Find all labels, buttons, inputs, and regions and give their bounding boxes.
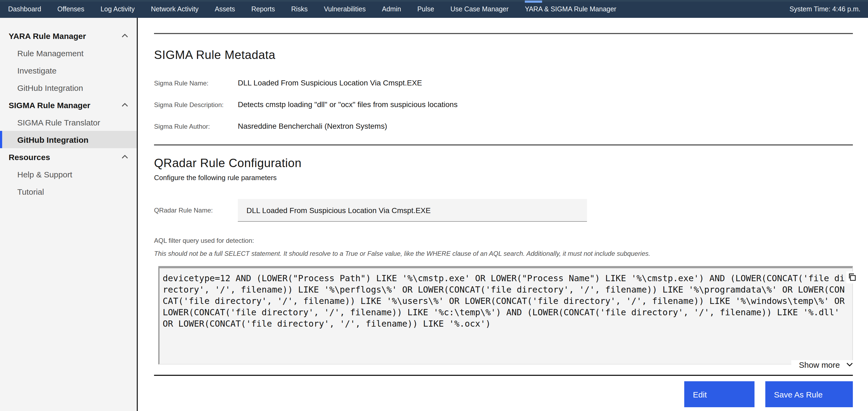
aql-query-editor[interactable]: devicetype=12 AND (LOWER("Process Path")… [158,266,853,364]
top-navbar: Dashboard Offenses Log Activity Network … [0,0,868,18]
sidebar-section-yara-rule-manager[interactable]: YARA Rule Manager [0,27,137,45]
chevron-down-icon [846,362,853,366]
aql-query-container: devicetype=12 AND (LOWER("Process Path")… [158,266,853,372]
aql-filter-note: This should not be a full SELECT stateme… [154,250,853,257]
show-more-label: Show more [799,360,840,369]
sidebar-section-resources[interactable]: Resources [0,148,137,166]
main-content: SIGMA Rule Metadata Sigma Rule Name: DLL… [139,18,868,411]
chevron-up-icon [122,155,128,159]
sigma-metadata-fields: Sigma Rule Name: DLL Loaded From Suspici… [154,79,853,130]
sidebar-section-sigma-rule-manager[interactable]: SIGMA Rule Manager [0,96,137,114]
sidebar-item-yara-github-integration[interactable]: GitHub Integration [0,79,137,96]
field-label: Sigma Rule Description: [154,101,238,109]
qradar-config-title: QRadar Rule Configuration [154,156,853,170]
field-label: Sigma Rule Name: [154,80,238,87]
app-root: Dashboard Offenses Log Activity Network … [0,0,868,411]
metadata-row-description: Sigma Rule Description: Detects cmstp lo… [154,100,853,109]
qradar-rule-name-input[interactable] [238,199,587,222]
sidebar-section-label: Resources [9,152,50,162]
aql-query-footer: Show more [158,357,853,372]
chevron-up-icon [122,33,128,38]
field-value: Nasreddine Bencherchali (Nextron Systems… [238,122,387,130]
nav-tab-use-case-manager[interactable]: Use Case Manager [451,0,508,18]
nav-tab-vulnerabilities[interactable]: Vulnerabilities [324,0,366,18]
nav-tab-network-activity[interactable]: Network Activity [151,0,198,18]
qradar-config-subtitle: Configure the following rule parameters [154,174,853,182]
sidebar-item-help-support[interactable]: Help & Support [0,166,137,183]
nav-tab-offenses[interactable]: Offenses [57,0,84,18]
chevron-up-icon [122,103,128,107]
sidebar-item-rule-management[interactable]: Rule Management [0,45,137,62]
system-time: System Time: 4:46 p.m. [789,5,868,13]
aql-filter-label: AQL filter query used for detection: [154,237,853,244]
copy-icon [848,273,857,282]
save-as-rule-button[interactable]: Save As Rule [765,381,853,407]
nav-tab-risks[interactable]: Risks [291,0,308,18]
nav-tab-reports[interactable]: Reports [251,0,275,18]
nav-tab-yara-sigma-rule-manager[interactable]: YARA & SIGMA Rule Manager [525,0,616,18]
nav-tab-dashboard[interactable]: Dashboard [8,0,41,18]
action-buttons: Edit Save As Rule [154,381,853,407]
nav-tab-admin[interactable]: Admin [382,0,401,18]
sidebar-item-sigma-github-integration[interactable]: GitHub Integration [0,131,137,148]
qradar-rule-name-label: QRadar Rule Name: [154,207,238,214]
field-value: Detects cmstp loading "dll" or "ocx" fil… [238,100,458,109]
sidebar-item-investigate[interactable]: Investigate [0,62,137,79]
metadata-row-author: Sigma Rule Author: Nasreddine Benchercha… [154,122,853,130]
edit-button[interactable]: Edit [684,381,754,407]
field-label: Sigma Rule Author: [154,123,238,130]
sidebar-nav: YARA Rule Manager Rule Management Invest… [0,18,138,411]
sidebar-section-label: SIGMA Rule Manager [9,100,90,110]
footer-divider [154,375,853,376]
sidebar-item-tutorial[interactable]: Tutorial [0,183,137,200]
qradar-rule-name-row: QRadar Rule Name: [154,199,853,222]
nav-items: Dashboard Offenses Log Activity Network … [0,0,616,18]
nav-tab-assets[interactable]: Assets [215,0,235,18]
field-value: DLL Loaded From Suspicious Location Via … [238,79,422,87]
copy-button[interactable] [846,271,858,283]
sidebar-item-sigma-rule-translator[interactable]: SIGMA Rule Translator [0,114,137,131]
metadata-row-name: Sigma Rule Name: DLL Loaded From Suspici… [154,79,853,87]
nav-tab-pulse[interactable]: Pulse [417,0,434,18]
sidebar-section-label: YARA Rule Manager [9,31,86,40]
section-divider [154,33,853,34]
nav-tab-log-activity[interactable]: Log Activity [100,0,134,18]
section-divider [154,144,853,145]
sigma-metadata-title: SIGMA Rule Metadata [154,48,853,62]
show-more-toggle[interactable]: Show more [791,360,853,369]
